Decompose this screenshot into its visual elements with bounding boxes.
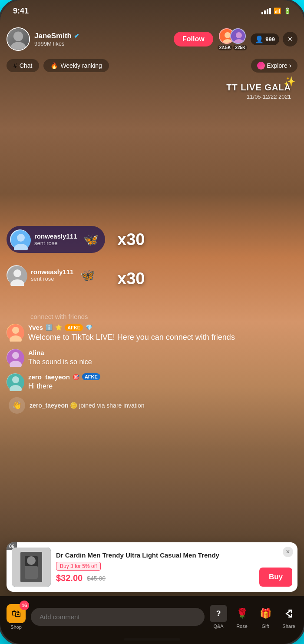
- avatar: [7, 27, 30, 51]
- chat-username-alina: Alina: [28, 349, 44, 356]
- likes-count: 9999M likes: [34, 40, 79, 47]
- user-text: JaneSmith ✔ 9999M likes: [34, 32, 79, 47]
- shop-button[interactable]: 🛍 16 Shop: [7, 604, 26, 630]
- gift-action-2: sent rose: [31, 276, 73, 282]
- signal-icon: [261, 8, 271, 14]
- product-price-row: $32.00 $45.00: [56, 573, 254, 583]
- target-badge-icon: 🎯: [73, 374, 79, 380]
- gift-sender-avatar-1: [10, 229, 30, 249]
- status-icons: 📶 🔋: [261, 7, 291, 14]
- product-price: $32.00: [56, 573, 83, 583]
- phone-frame: 9:41 📶 🔋: [0, 0, 304, 644]
- svg-point-15: [12, 327, 19, 334]
- ranking-tab-label: Weekly ranking: [60, 62, 102, 69]
- gift-rose-icon-1: 🦋: [83, 232, 99, 247]
- chat-username-row-zero: zero_taeyeon 🎯 AFKE: [28, 373, 297, 381]
- username: JaneSmith ✔: [34, 32, 79, 40]
- battery-icon: 🔋: [284, 7, 291, 14]
- svg-point-1: [10, 42, 26, 51]
- chat-avatar-yves: [7, 324, 24, 341]
- viewer-avatar-2: [230, 28, 246, 44]
- svg-point-6: [236, 32, 242, 38]
- chat-text-yves: Welcome to TikTok LIVE! Here you can con…: [28, 332, 297, 343]
- star-badge-icon: ⭐: [55, 324, 62, 331]
- buy-button[interactable]: Buy: [259, 568, 292, 587]
- svg-point-0: [13, 31, 23, 41]
- bottom-bar: 🛍 16 Shop ? Q&A 🌹 Rose 🎁: [0, 596, 304, 644]
- afke-badge: AFKE: [65, 324, 83, 331]
- top-right-icons: 22.5K 225K 👤 999 ×: [218, 28, 297, 50]
- top-bar: JaneSmith ✔ 9999M likes Follow: [0, 22, 304, 56]
- svg-point-12: [13, 269, 21, 277]
- follow-button[interactable]: Follow: [174, 32, 213, 46]
- tab-chat[interactable]: # Chat: [7, 59, 39, 72]
- gift-username-2: ronweasly111: [31, 268, 73, 276]
- gift-rose-icon-2: 🦋: [80, 268, 95, 282]
- status-time: 9:41: [13, 7, 29, 16]
- svg-point-3: [225, 32, 231, 38]
- verified-icon: ✔: [74, 32, 79, 40]
- chat-content-yves: Yves ℹ️ ⭐ AFKE 💎 Welcome to TikTok LIVE!…: [28, 324, 297, 343]
- chat-text-alina: The sound is so nice: [28, 357, 297, 367]
- rose-label: Rose: [236, 624, 248, 629]
- chat-content-zero: zero_taeyeon 🎯 AFKE Hi there: [28, 373, 297, 391]
- chat-username-row-yves: Yves ℹ️ ⭐ AFKE 💎: [28, 324, 297, 331]
- close-button[interactable]: ×: [283, 32, 297, 46]
- product-close-button[interactable]: ×: [283, 547, 293, 557]
- viewer-icon: 👤: [255, 35, 264, 43]
- chat-username-row-alina: Alina: [28, 349, 297, 356]
- shop-badge: 16: [20, 601, 29, 610]
- shop-icon: 🛍 16: [7, 604, 26, 623]
- share-button[interactable]: Share: [280, 605, 297, 629]
- gift-notification-2: ronweasly111 sent rose 🦋: [7, 265, 95, 285]
- explore-tab-label: Explore: [267, 62, 287, 69]
- afke-blue-badge: AFKE: [82, 373, 100, 380]
- svg-point-9: [17, 234, 25, 242]
- hash-icon: #: [13, 62, 17, 69]
- gift-button[interactable]: 🎁 Gift: [257, 605, 274, 629]
- gift-action-1: sent rose: [34, 240, 77, 246]
- info-badge-icon: ℹ️: [46, 324, 53, 331]
- chat-username-zero: zero_taeyeon: [28, 373, 70, 381]
- qa-button[interactable]: ? Q&A: [210, 605, 227, 629]
- fire-icon: 🔥: [50, 62, 58, 69]
- chat-username-yves: Yves: [28, 324, 43, 331]
- diamond-badge-icon: 💎: [86, 324, 93, 331]
- svg-rect-27: [25, 566, 38, 579]
- join-action-text: joined via share invation: [79, 402, 144, 409]
- bottom-actions: ? Q&A 🌹 Rose 🎁 Gift: [210, 605, 297, 629]
- chat-message-zero: zero_taeyeon 🎯 AFKE Hi there: [7, 373, 297, 391]
- live-event-banner: ✨ TT LIVE GALA 11/05-12/22 2021: [226, 83, 291, 100]
- share-icon: [280, 605, 297, 622]
- chat-message-yves: Yves ℹ️ ⭐ AFKE 💎 Welcome to TikTok LIVE!…: [7, 324, 297, 343]
- viewer2-count: 225K: [233, 45, 247, 50]
- chat-text-zero: Hi there: [28, 382, 297, 391]
- rose-icon: 🌹: [233, 605, 251, 622]
- product-info: Dr Cardin Men Trendy Ultra Light Casual …: [56, 551, 254, 584]
- explore-dot-icon: [257, 62, 265, 70]
- product-discount-badge: Buy 3 for 5% off: [56, 562, 101, 571]
- viewer1-count: 22.5K: [218, 45, 233, 50]
- chat-message-alina: Alina The sound is so nice: [7, 349, 297, 367]
- product-card: 06 Dr Cardin Men Trendy Ultra Light Casu…: [7, 542, 297, 592]
- comment-input[interactable]: [31, 608, 205, 626]
- tab-explore[interactable]: Explore ›: [251, 59, 297, 73]
- product-original-price: $45.00: [87, 575, 106, 582]
- live-event-date: 11/05-12/22 2021: [226, 93, 291, 100]
- rose-button[interactable]: 🌹 Rose: [233, 605, 251, 629]
- join-username: zero_taeyeon: [30, 402, 68, 409]
- chat-avatar-alina: [7, 349, 24, 366]
- join-notification: 👋 zero_taeyeon 🪙 joined via share invati…: [7, 397, 297, 414]
- sparkle-icon: ✨: [284, 76, 295, 87]
- join-icon: 👋: [9, 397, 25, 414]
- qa-label: Q&A: [213, 624, 223, 629]
- live-event-title: TT LIVE GALA: [226, 83, 291, 93]
- user-info: JaneSmith ✔ 9999M likes: [7, 27, 169, 51]
- explore-arrow-icon: ›: [289, 62, 291, 70]
- product-image: [12, 548, 51, 587]
- share-label: Share: [282, 624, 295, 629]
- gift-username-1: ronweasly111: [34, 232, 77, 240]
- viewer-count-badge: 👤 999: [251, 33, 279, 45]
- tab-weekly-ranking[interactable]: 🔥 Weekly ranking: [43, 59, 109, 72]
- svg-point-26: [27, 556, 36, 565]
